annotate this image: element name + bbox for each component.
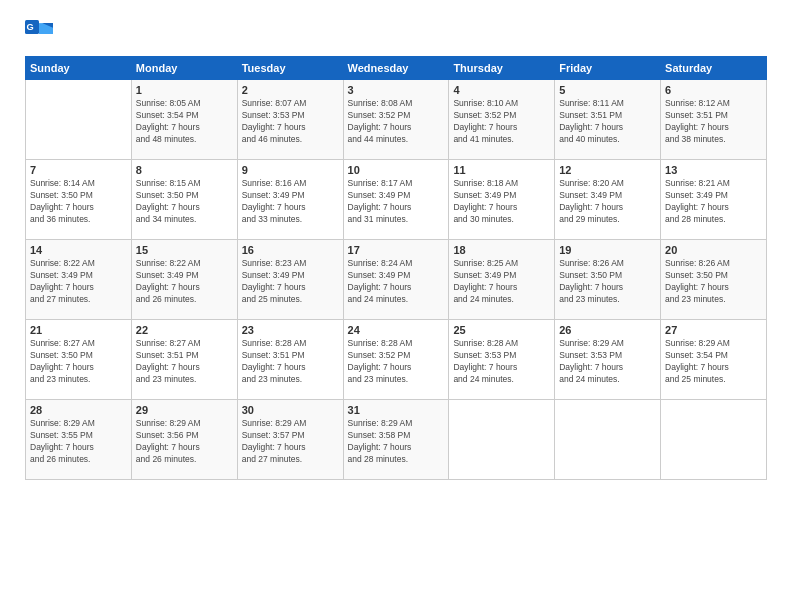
calendar-cell: 13Sunrise: 8:21 AM Sunset: 3:49 PM Dayli… — [661, 160, 767, 240]
day-number: 15 — [136, 244, 233, 256]
calendar-cell: 19Sunrise: 8:26 AM Sunset: 3:50 PM Dayli… — [555, 240, 661, 320]
calendar-cell: 3Sunrise: 8:08 AM Sunset: 3:52 PM Daylig… — [343, 80, 449, 160]
calendar-cell: 11Sunrise: 8:18 AM Sunset: 3:49 PM Dayli… — [449, 160, 555, 240]
day-info: Sunrise: 8:26 AM Sunset: 3:50 PM Dayligh… — [559, 258, 656, 306]
calendar-cell: 28Sunrise: 8:29 AM Sunset: 3:55 PM Dayli… — [26, 400, 132, 480]
day-info: Sunrise: 8:28 AM Sunset: 3:53 PM Dayligh… — [453, 338, 550, 386]
calendar-cell: 7Sunrise: 8:14 AM Sunset: 3:50 PM Daylig… — [26, 160, 132, 240]
calendar-cell: 17Sunrise: 8:24 AM Sunset: 3:49 PM Dayli… — [343, 240, 449, 320]
calendar-cell: 25Sunrise: 8:28 AM Sunset: 3:53 PM Dayli… — [449, 320, 555, 400]
calendar-cell: 5Sunrise: 8:11 AM Sunset: 3:51 PM Daylig… — [555, 80, 661, 160]
logo: G — [25, 20, 57, 48]
header: G — [25, 20, 767, 48]
day-number: 13 — [665, 164, 762, 176]
day-info: Sunrise: 8:15 AM Sunset: 3:50 PM Dayligh… — [136, 178, 233, 226]
column-header-tuesday: Tuesday — [237, 57, 343, 80]
day-info: Sunrise: 8:17 AM Sunset: 3:49 PM Dayligh… — [348, 178, 445, 226]
column-header-monday: Monday — [131, 57, 237, 80]
day-number: 2 — [242, 84, 339, 96]
day-number: 18 — [453, 244, 550, 256]
calendar-cell: 9Sunrise: 8:16 AM Sunset: 3:49 PM Daylig… — [237, 160, 343, 240]
calendar-cell — [26, 80, 132, 160]
day-info: Sunrise: 8:21 AM Sunset: 3:49 PM Dayligh… — [665, 178, 762, 226]
week-row-5: 28Sunrise: 8:29 AM Sunset: 3:55 PM Dayli… — [26, 400, 767, 480]
calendar-cell: 31Sunrise: 8:29 AM Sunset: 3:58 PM Dayli… — [343, 400, 449, 480]
day-number: 25 — [453, 324, 550, 336]
calendar-cell: 27Sunrise: 8:29 AM Sunset: 3:54 PM Dayli… — [661, 320, 767, 400]
day-info: Sunrise: 8:14 AM Sunset: 3:50 PM Dayligh… — [30, 178, 127, 226]
day-number: 6 — [665, 84, 762, 96]
column-header-saturday: Saturday — [661, 57, 767, 80]
day-number: 19 — [559, 244, 656, 256]
header-row: SundayMondayTuesdayWednesdayThursdayFrid… — [26, 57, 767, 80]
day-number: 31 — [348, 404, 445, 416]
day-info: Sunrise: 8:23 AM Sunset: 3:49 PM Dayligh… — [242, 258, 339, 306]
column-header-sunday: Sunday — [26, 57, 132, 80]
day-number: 30 — [242, 404, 339, 416]
day-number: 26 — [559, 324, 656, 336]
day-info: Sunrise: 8:29 AM Sunset: 3:57 PM Dayligh… — [242, 418, 339, 466]
calendar-cell: 4Sunrise: 8:10 AM Sunset: 3:52 PM Daylig… — [449, 80, 555, 160]
day-info: Sunrise: 8:28 AM Sunset: 3:51 PM Dayligh… — [242, 338, 339, 386]
day-info: Sunrise: 8:11 AM Sunset: 3:51 PM Dayligh… — [559, 98, 656, 146]
day-info: Sunrise: 8:05 AM Sunset: 3:54 PM Dayligh… — [136, 98, 233, 146]
day-info: Sunrise: 8:27 AM Sunset: 3:50 PM Dayligh… — [30, 338, 127, 386]
day-info: Sunrise: 8:29 AM Sunset: 3:53 PM Dayligh… — [559, 338, 656, 386]
day-info: Sunrise: 8:25 AM Sunset: 3:49 PM Dayligh… — [453, 258, 550, 306]
week-row-4: 21Sunrise: 8:27 AM Sunset: 3:50 PM Dayli… — [26, 320, 767, 400]
day-number: 1 — [136, 84, 233, 96]
svg-text:G: G — [27, 22, 34, 32]
day-number: 11 — [453, 164, 550, 176]
week-row-2: 7Sunrise: 8:14 AM Sunset: 3:50 PM Daylig… — [26, 160, 767, 240]
calendar-cell — [555, 400, 661, 480]
day-number: 29 — [136, 404, 233, 416]
calendar-cell: 2Sunrise: 8:07 AM Sunset: 3:53 PM Daylig… — [237, 80, 343, 160]
day-number: 24 — [348, 324, 445, 336]
day-info: Sunrise: 8:22 AM Sunset: 3:49 PM Dayligh… — [136, 258, 233, 306]
day-info: Sunrise: 8:26 AM Sunset: 3:50 PM Dayligh… — [665, 258, 762, 306]
calendar-cell: 21Sunrise: 8:27 AM Sunset: 3:50 PM Dayli… — [26, 320, 132, 400]
calendar-cell: 16Sunrise: 8:23 AM Sunset: 3:49 PM Dayli… — [237, 240, 343, 320]
day-number: 7 — [30, 164, 127, 176]
calendar-cell: 23Sunrise: 8:28 AM Sunset: 3:51 PM Dayli… — [237, 320, 343, 400]
calendar-cell: 26Sunrise: 8:29 AM Sunset: 3:53 PM Dayli… — [555, 320, 661, 400]
day-info: Sunrise: 8:16 AM Sunset: 3:49 PM Dayligh… — [242, 178, 339, 226]
day-info: Sunrise: 8:27 AM Sunset: 3:51 PM Dayligh… — [136, 338, 233, 386]
day-number: 9 — [242, 164, 339, 176]
calendar-cell: 1Sunrise: 8:05 AM Sunset: 3:54 PM Daylig… — [131, 80, 237, 160]
day-number: 5 — [559, 84, 656, 96]
week-row-1: 1Sunrise: 8:05 AM Sunset: 3:54 PM Daylig… — [26, 80, 767, 160]
day-info: Sunrise: 8:07 AM Sunset: 3:53 PM Dayligh… — [242, 98, 339, 146]
day-info: Sunrise: 8:29 AM Sunset: 3:55 PM Dayligh… — [30, 418, 127, 466]
day-info: Sunrise: 8:18 AM Sunset: 3:49 PM Dayligh… — [453, 178, 550, 226]
day-number: 21 — [30, 324, 127, 336]
day-number: 14 — [30, 244, 127, 256]
day-number: 17 — [348, 244, 445, 256]
calendar-cell: 24Sunrise: 8:28 AM Sunset: 3:52 PM Dayli… — [343, 320, 449, 400]
page: G SundayMondayTuesdayWednesdayThursdayFr… — [0, 0, 792, 612]
day-info: Sunrise: 8:20 AM Sunset: 3:49 PM Dayligh… — [559, 178, 656, 226]
calendar-cell — [661, 400, 767, 480]
day-info: Sunrise: 8:08 AM Sunset: 3:52 PM Dayligh… — [348, 98, 445, 146]
day-info: Sunrise: 8:10 AM Sunset: 3:52 PM Dayligh… — [453, 98, 550, 146]
day-number: 20 — [665, 244, 762, 256]
calendar-cell: 30Sunrise: 8:29 AM Sunset: 3:57 PM Dayli… — [237, 400, 343, 480]
calendar-cell: 18Sunrise: 8:25 AM Sunset: 3:49 PM Dayli… — [449, 240, 555, 320]
day-info: Sunrise: 8:24 AM Sunset: 3:49 PM Dayligh… — [348, 258, 445, 306]
day-number: 3 — [348, 84, 445, 96]
day-number: 23 — [242, 324, 339, 336]
calendar-cell: 10Sunrise: 8:17 AM Sunset: 3:49 PM Dayli… — [343, 160, 449, 240]
calendar-cell: 14Sunrise: 8:22 AM Sunset: 3:49 PM Dayli… — [26, 240, 132, 320]
day-number: 27 — [665, 324, 762, 336]
day-info: Sunrise: 8:22 AM Sunset: 3:49 PM Dayligh… — [30, 258, 127, 306]
calendar-cell: 29Sunrise: 8:29 AM Sunset: 3:56 PM Dayli… — [131, 400, 237, 480]
day-number: 10 — [348, 164, 445, 176]
calendar-cell: 20Sunrise: 8:26 AM Sunset: 3:50 PM Dayli… — [661, 240, 767, 320]
day-info: Sunrise: 8:29 AM Sunset: 3:58 PM Dayligh… — [348, 418, 445, 466]
day-info: Sunrise: 8:28 AM Sunset: 3:52 PM Dayligh… — [348, 338, 445, 386]
column-header-wednesday: Wednesday — [343, 57, 449, 80]
day-number: 12 — [559, 164, 656, 176]
calendar-cell: 12Sunrise: 8:20 AM Sunset: 3:49 PM Dayli… — [555, 160, 661, 240]
day-number: 4 — [453, 84, 550, 96]
column-header-thursday: Thursday — [449, 57, 555, 80]
